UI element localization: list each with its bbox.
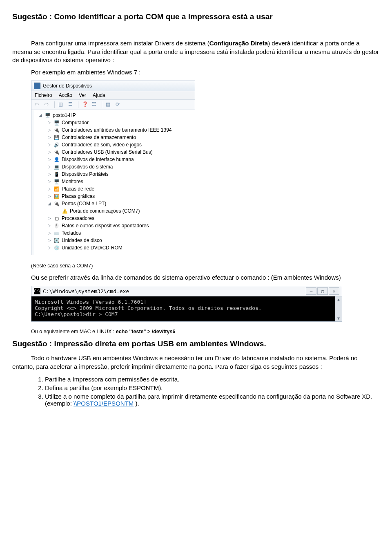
menu-ficheiro[interactable]: Ficheiro (35, 92, 52, 98)
forward-icon[interactable] (45, 101, 51, 108)
expander-icon[interactable]: ▷ (47, 231, 51, 235)
tree-label: Placas de rede (62, 186, 94, 192)
expander-icon[interactable]: ▷ (47, 187, 51, 191)
expander-icon[interactable]: ▷ (47, 246, 51, 250)
device-icon: 🔌 (53, 149, 60, 155)
tree-item-ports[interactable]: ◢🔌Portas (COM e LPT) (47, 200, 194, 207)
p5-text: Todo o hardware USB em ambientes Windows… (12, 354, 358, 370)
maximize-button[interactable]: ▢ (317, 287, 328, 295)
expander-icon[interactable]: ▷ (47, 165, 51, 169)
tree-label: Controladores USB (Universal Serial Bus) (62, 149, 153, 155)
toolbar-icon[interactable] (82, 101, 89, 108)
tree-label: Controladores de armazenamento (62, 135, 136, 140)
device-icon: 🖼️ (53, 193, 60, 200)
tree-item[interactable]: ▷💻Dispositivos do sistema (47, 163, 194, 170)
close-button[interactable]: ✕ (329, 287, 339, 295)
tree-label: Placas gráficas (62, 193, 95, 199)
tree-label: Teclados (62, 230, 81, 236)
expander-icon[interactable]: ◢ (47, 202, 51, 206)
tree-label: Controladores de som, vídeo e jogos (62, 142, 142, 148)
tree-item[interactable]: ▷▢Processadores (47, 215, 194, 222)
device-icon: ⌨️ (53, 230, 60, 236)
tree-item[interactable]: ▷🔌Controladores USB (Universal Serial Bu… (47, 148, 194, 156)
tree-item-com7[interactable]: ⚠️Porta de comunicações (COM7) (55, 207, 194, 215)
tree-label: Computador (62, 120, 89, 126)
cmd-window: C:\ C:\Windows\system32\cmd.exe — ▢ ✕ Mi… (31, 286, 342, 322)
toolbar-icon[interactable] (106, 101, 112, 108)
expander-icon[interactable]: ▷ (47, 216, 51, 220)
tree-item[interactable]: ▷💾Controladores de armazenamento (47, 134, 194, 141)
tree-root[interactable]: ◢ 🖥️ posto1-HP (38, 112, 194, 119)
expander-icon[interactable]: ◢ (38, 113, 42, 117)
step-2: Defina a partilha (por exemplo ESPONTM). (45, 383, 380, 392)
tree-label: Portas (COM e LPT) (62, 201, 106, 206)
expander-icon[interactable]: ▷ (47, 150, 51, 154)
device-icon: ▢ (53, 215, 60, 222)
window-buttons: — ▢ ✕ (306, 287, 339, 295)
device-icon: 👤 (53, 157, 60, 163)
tree-label: Unidades de disco (62, 238, 102, 243)
s3-c: ). (134, 400, 139, 407)
cmd-title: C:\Windows\system32\cmd.exe (43, 288, 129, 294)
tree-item[interactable]: ▷🖼️Placas gráficas (47, 193, 194, 200)
tree-item[interactable]: ▷⌨️Teclados (47, 229, 194, 237)
computer-icon: 🖥️ (45, 112, 51, 119)
expander-icon[interactable]: ▷ (47, 143, 51, 147)
tree-item[interactable]: ▷🖥️Computador (47, 119, 194, 126)
tree-label: Unidades de DVD/CD-ROM (62, 245, 122, 251)
toolbar-icon[interactable] (68, 101, 75, 108)
scroll-up-icon[interactable]: ▲ (337, 297, 340, 302)
paragraph-3: Ou se preferir através da linha de coman… (31, 274, 380, 282)
device-icon: 📶 (53, 186, 60, 192)
toolbar-icon[interactable] (58, 101, 65, 108)
tree-item[interactable]: ▷🔊Controladores de som, vídeo e jogos (47, 141, 194, 148)
tree-item[interactable]: ▷🖱️Ratos e outros dispositivos apontador… (47, 222, 194, 229)
menu-ver[interactable]: Ver (79, 92, 86, 98)
tree-item[interactable]: ▷🖥️Monitores (47, 178, 194, 185)
tree-item[interactable]: ▷💽Unidades de disco (47, 237, 194, 244)
tree-item[interactable]: ▷📶Placas de rede (47, 185, 194, 193)
menu-ajuda[interactable]: Ajuda (93, 92, 105, 98)
cmd-line: C:\Users\posto1>dir > COM7 (35, 311, 339, 317)
tree-item[interactable]: ▷🔌Controladores anfitriões de barramento… (47, 126, 194, 134)
tree-root-label: posto1-HP (53, 112, 76, 118)
p4-bold: echo "teste" > /dev/ttys6 (116, 329, 176, 334)
share-path-link[interactable]: \\POSTO1\EPSONTM (74, 400, 134, 407)
tree-item[interactable]: ▷👤Dispositivos de interface humana (47, 156, 194, 163)
expander-icon[interactable]: ▷ (47, 128, 51, 132)
device-icon: 💻 (53, 164, 60, 170)
scroll-down-icon[interactable]: ▼ (337, 316, 340, 321)
toolbar-icon[interactable] (92, 101, 98, 108)
expander-icon[interactable]: ▷ (47, 135, 51, 139)
menu-accao[interactable]: Acção (59, 92, 72, 98)
tree-label: Processadores (62, 215, 94, 221)
expander-icon[interactable]: ▷ (47, 121, 51, 125)
cmd-body[interactable]: Microsoft Windows [Versão 6.1.7601] Copy… (31, 296, 342, 321)
devmgr-tree: ◢ 🖥️ posto1-HP ▷🖥️Computador ▷🔌Controlad… (31, 110, 195, 255)
minimize-button[interactable]: — (306, 287, 316, 295)
tree-item[interactable]: ▷💿Unidades de DVD/CD-ROM (47, 244, 194, 251)
expander-icon[interactable]: ▷ (47, 179, 51, 184)
scrollbar[interactable]: ▲▼ (335, 296, 342, 321)
device-icon: 📱 (53, 171, 60, 177)
toolbar-icon[interactable] (116, 101, 122, 108)
tree-item[interactable]: ▷📱Dispositivos Portáteis (47, 170, 194, 178)
p1-bold: Configuração Direta (209, 40, 268, 47)
heading-1: Sugestão : Como identificar a porta COM … (12, 12, 380, 21)
tree-label: Dispositivos do sistema (62, 164, 113, 170)
expander-icon[interactable]: ▷ (47, 157, 51, 161)
tree-label: Dispositivos de interface humana (62, 157, 134, 162)
step-3: Utilize a o nome completo da partilha pa… (45, 392, 380, 408)
expander-icon[interactable]: ▷ (47, 224, 51, 228)
p1-a: Para configurar uma impressora sem insta… (31, 40, 209, 47)
device-icon: 🖱️ (53, 223, 60, 229)
expander-icon[interactable]: ▷ (47, 238, 51, 242)
devmgr-menubar[interactable]: Ficheiro Acção Ver Ajuda (31, 91, 195, 100)
expander-icon[interactable]: ▷ (47, 194, 51, 198)
tree-label: Dispositivos Portáteis (62, 171, 109, 177)
expander-icon[interactable]: ▷ (47, 172, 51, 176)
toolbar-sep (102, 101, 102, 108)
back-icon[interactable] (35, 101, 41, 108)
tree-label: Porta de comunicações (COM7) (70, 208, 140, 214)
p4-a: Ou o equivalente em MAC e LINUX : (31, 329, 116, 334)
